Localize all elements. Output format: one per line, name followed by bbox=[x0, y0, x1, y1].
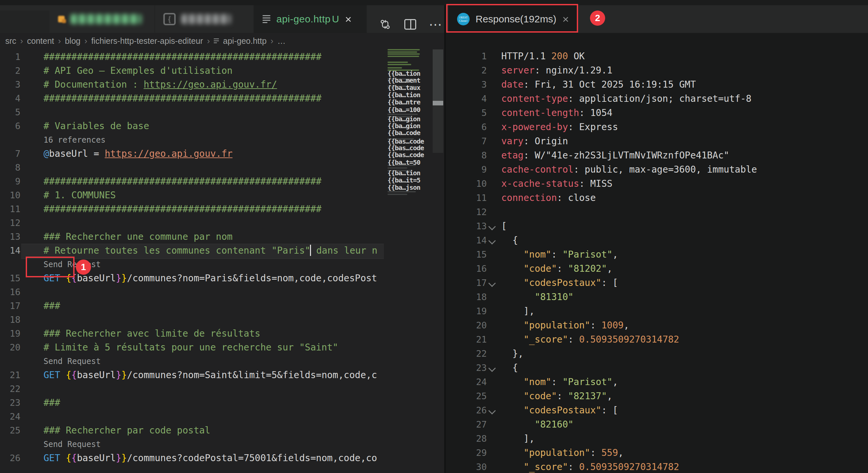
line-number: 2 bbox=[0, 64, 21, 78]
fold-chevron-icon[interactable] bbox=[488, 280, 496, 287]
line-number: 11 bbox=[0, 202, 21, 216]
code-line: 16 "code": "81202", bbox=[446, 262, 868, 276]
fold-chevron-icon[interactable] bbox=[488, 223, 496, 231]
code-line: 7@baseUrl = https://geo.api.gouv.fr bbox=[0, 147, 444, 161]
code-line: 24 bbox=[0, 410, 444, 424]
line-number: 16 bbox=[446, 262, 487, 276]
line-number: 1 bbox=[446, 49, 487, 63]
code-line: 21GET {{baseUrl}}/communes?nom=Saint&lim… bbox=[0, 368, 444, 382]
breadcrumb-item[interactable]: src bbox=[5, 36, 16, 46]
line-number: 5 bbox=[0, 105, 21, 119]
code-text: ], bbox=[501, 432, 535, 446]
line-number: 19 bbox=[0, 327, 21, 341]
code-line: 6# Variables de base bbox=[0, 119, 444, 133]
send-request-codelens[interactable]: Send Request bbox=[43, 437, 101, 451]
code-text: "population": 1009, bbox=[501, 318, 629, 332]
editor-scrollbar[interactable] bbox=[433, 49, 443, 473]
minimap-label: {{ba…taux bbox=[388, 84, 420, 92]
fold-chevron-icon[interactable] bbox=[488, 365, 496, 372]
code-line: 15 "nom": "Parisot", bbox=[446, 248, 868, 262]
code-line: 5 bbox=[0, 105, 444, 119]
fold-chevron-icon[interactable] bbox=[488, 237, 496, 245]
minimap-line bbox=[388, 64, 411, 65]
line-number: 5 bbox=[446, 106, 487, 120]
code-text: # Limite à 5 résultats pour une recherch… bbox=[43, 341, 338, 354]
line-number: 14 bbox=[446, 234, 487, 247]
minimap-line bbox=[388, 56, 419, 57]
code-text: ], bbox=[501, 304, 535, 318]
breadcrumb-item[interactable]: fichiers-http-tester-apis-editeur bbox=[91, 36, 203, 46]
close-icon[interactable]: × bbox=[345, 13, 351, 25]
annotation-badge-1: 1 bbox=[76, 260, 91, 275]
code-line: 6x-powered-by: Express bbox=[446, 120, 868, 134]
tab-blurred-1[interactable] bbox=[50, 5, 155, 33]
code-line: 22 bbox=[0, 382, 444, 396]
code-text: ########################################… bbox=[43, 50, 321, 64]
codelens-row: 16 references bbox=[0, 133, 444, 147]
minimap-label: {{ba…t=50 bbox=[388, 159, 420, 166]
minimap-label: {{ba…code bbox=[388, 129, 420, 137]
line-number: 18 bbox=[446, 290, 487, 304]
code-line: 2# API Geo – Exemples d'utilisation bbox=[0, 64, 444, 78]
code-line: 9cache-control: public, max-age=3600, im… bbox=[446, 163, 868, 176]
references-codelens[interactable]: 16 references bbox=[43, 133, 105, 147]
code-text: # Documentation : https://geo.api.gouv.f… bbox=[43, 78, 277, 92]
line-number: 19 bbox=[446, 304, 487, 318]
minimap-line bbox=[388, 62, 408, 63]
code-text: "code": "81202", bbox=[501, 262, 612, 276]
line-number: 22 bbox=[0, 382, 21, 396]
code-line: 12 bbox=[0, 216, 444, 230]
fold-chevron-icon[interactable] bbox=[488, 407, 496, 415]
minimap[interactable]: {{ba…tion{{ba…ment{{ba…taux{{ba…tion{{ba… bbox=[384, 49, 433, 220]
open-changes-icon[interactable] bbox=[379, 18, 392, 31]
annotation-badge-2: 2 bbox=[590, 10, 605, 26]
send-request-codelens[interactable]: Send Request bbox=[43, 354, 101, 368]
line-number: 30 bbox=[446, 460, 487, 473]
code-line: 16 bbox=[0, 285, 444, 299]
code-text: server: nginx/1.29.1 bbox=[501, 64, 612, 77]
code-text: connection: close bbox=[501, 191, 596, 205]
line-number: 21 bbox=[0, 368, 21, 382]
code-text: ### bbox=[43, 396, 60, 410]
breadcrumb-item[interactable]: content bbox=[27, 36, 54, 46]
code-line: 30 "_score": 0.5093509270314782 bbox=[446, 460, 868, 473]
code-text: "nom": "Parisot", bbox=[501, 375, 618, 389]
code-text: @baseUrl = https://geo.api.gouv.fr bbox=[43, 147, 232, 161]
line-number: 17 bbox=[0, 299, 21, 313]
line-number: 16 bbox=[0, 285, 21, 299]
scrollbar-slider[interactable] bbox=[433, 49, 443, 105]
line-number: 25 bbox=[446, 389, 487, 403]
line-number: 9 bbox=[446, 163, 487, 176]
line-number: 13 bbox=[446, 219, 487, 233]
breadcrumb-item[interactable]: … bbox=[277, 36, 286, 46]
code-text: "_score": 0.5093509270314782 bbox=[501, 333, 679, 346]
split-editor-icon[interactable] bbox=[404, 19, 416, 30]
code-text: GET {{baseUrl}}/communes?nom=Paris&field… bbox=[43, 271, 377, 285]
tab-blurred-2[interactable]: { bbox=[155, 5, 254, 33]
code-text: { bbox=[501, 361, 518, 375]
code-line: 23 { bbox=[446, 361, 868, 375]
line-number: 21 bbox=[446, 333, 487, 346]
line-number: 9 bbox=[0, 175, 21, 189]
code-line: 21 "_score": 0.5093509270314782 bbox=[446, 333, 868, 346]
code-text: "nom": "Parisot", bbox=[501, 248, 618, 262]
response-editor[interactable]: 1HTTP/1.1 200 OK2server: nginx/1.29.13da… bbox=[446, 33, 868, 473]
line-number: 6 bbox=[446, 120, 487, 134]
code-line: 18 bbox=[0, 313, 444, 327]
code-line: 1HTTP/1.1 200 OK bbox=[446, 49, 868, 63]
line-number: 28 bbox=[446, 432, 487, 446]
code-text: "81310" bbox=[501, 290, 574, 304]
annotation-box-response-tab bbox=[446, 4, 578, 33]
line-number: 29 bbox=[446, 446, 487, 460]
tab-api-geo-http[interactable]: api-geo.httpU × bbox=[254, 5, 367, 33]
line-number: 24 bbox=[0, 410, 21, 424]
code-text: # Variables de base bbox=[43, 119, 149, 133]
modified-badge: U bbox=[332, 13, 339, 24]
code-line: 25 "code": "82137", bbox=[446, 389, 868, 403]
breadcrumb-item[interactable]: api-geo.http bbox=[223, 36, 267, 46]
code-text: date: Fri, 31 Oct 2025 16:19:15 GMT bbox=[501, 78, 696, 92]
braces-icon: { bbox=[163, 13, 176, 25]
line-number: 4 bbox=[446, 92, 487, 106]
breadcrumb-item[interactable]: blog bbox=[65, 36, 81, 46]
code-text: ########################################… bbox=[43, 202, 321, 216]
